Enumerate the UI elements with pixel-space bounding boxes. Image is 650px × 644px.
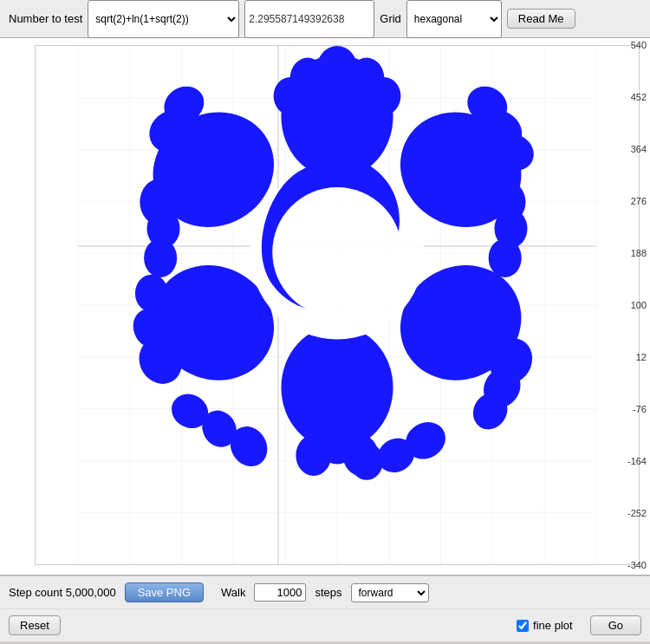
y-axis-label: 364 (631, 144, 647, 154)
direction-select[interactable]: forwardbackward (351, 583, 429, 602)
svg-point-49 (296, 435, 331, 477)
steps-label: steps (315, 586, 341, 599)
grid-select[interactable]: squarehexagonaltriangular (406, 0, 502, 38)
computed-value-display (244, 0, 374, 38)
top-toolbar: Number to test sqrt(2)+ln(1+sqrt(2)) Gri… (0, 0, 650, 38)
y-axis-label: -164 (627, 456, 647, 466)
y-axis-label: 188 (631, 248, 647, 258)
svg-point-35 (367, 77, 400, 114)
svg-point-50 (343, 435, 379, 477)
svg-point-63 (272, 187, 402, 317)
y-axis-label: 100 (631, 300, 647, 310)
fine-plot-checkbox[interactable] (517, 620, 529, 632)
reset-button[interactable]: Reset (9, 615, 61, 635)
y-axis-label: 452 (631, 92, 647, 102)
bottom-toolbar-2: Reset fine plot Go (0, 608, 650, 641)
number-label: Number to test (9, 12, 82, 25)
walk-label: Walk (221, 586, 245, 599)
svg-point-41 (489, 238, 522, 277)
y-axis (0, 45, 33, 565)
y-axis-label: 12 (636, 352, 647, 362)
plot-container: -340 -252 -164 -76 12 100 188 276 364 45… (0, 38, 650, 576)
walk-input[interactable] (254, 583, 306, 602)
fractal-plot: -340 -252 -164 -76 12 100 188 276 364 45… (35, 45, 640, 565)
go-button[interactable]: Go (590, 615, 641, 635)
y-axis-label: -252 (627, 508, 647, 518)
bottom-toolbar-1: Step count 5,000,000 Save PNG Walk steps… (0, 576, 650, 608)
number-select[interactable]: sqrt(2)+ln(1+sqrt(2)) (88, 0, 239, 38)
y-axis-label: -340 (627, 560, 647, 570)
y-axis-label: 276 (631, 196, 647, 206)
y-axis-label: 540 (631, 40, 647, 50)
grid-label: Grid (380, 12, 401, 25)
step-count-label: Step count 5,000,000 (9, 586, 116, 599)
svg-point-34 (274, 77, 307, 114)
read-me-button[interactable]: Read Me (507, 9, 575, 29)
y-axis-label: -76 (633, 404, 647, 414)
fine-plot-area: fine plot (517, 619, 573, 632)
svg-point-59 (144, 238, 177, 277)
svg-point-56 (135, 275, 168, 312)
fine-plot-label: fine plot (533, 619, 573, 632)
save-png-button[interactable]: Save PNG (125, 582, 204, 602)
